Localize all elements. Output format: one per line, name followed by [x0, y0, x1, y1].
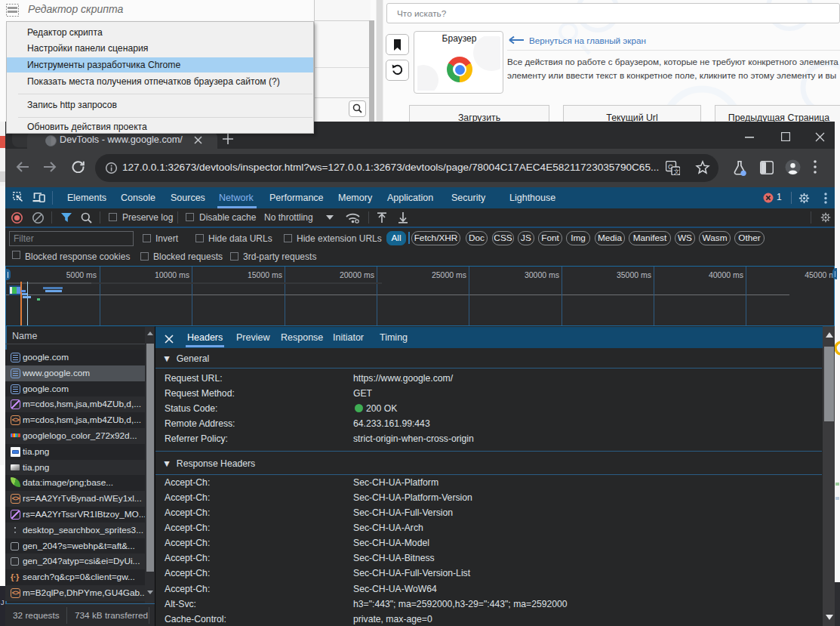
svg-text:文: 文	[674, 168, 680, 175]
